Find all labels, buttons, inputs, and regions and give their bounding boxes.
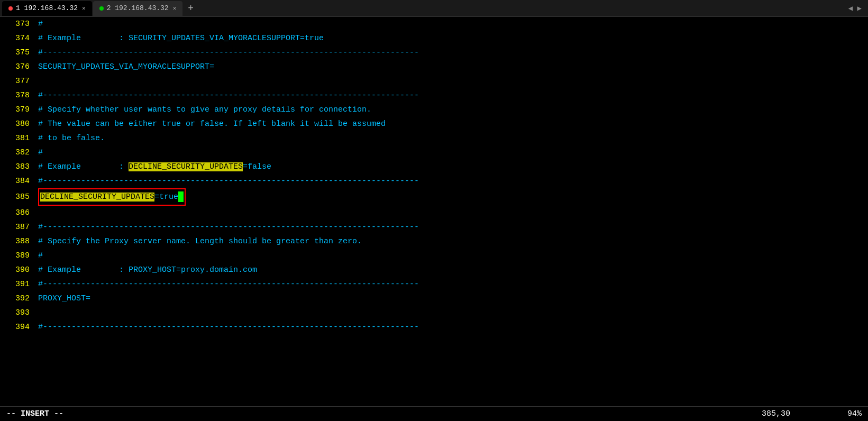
- line-394: 394 #-----------------------------------…: [0, 320, 868, 334]
- status-bar: -- INSERT -- 385,30 94%: [0, 406, 868, 421]
- tab1-label: 1 192.168.43.32: [16, 4, 78, 12]
- line-content-380: # The value can be either true or false.…: [38, 117, 864, 131]
- line-content-394: #---------------------------------------…: [38, 320, 864, 334]
- line-num-375: 375: [4, 45, 30, 60]
- line-num-385: 385: [4, 190, 30, 204]
- line-393: 393: [0, 306, 868, 320]
- line-content-392: PROXY_HOST=: [38, 291, 864, 306]
- line-content-373: #: [38, 17, 864, 31]
- editor-content[interactable]: 373 # 374 # Example : SECURITY_UPDATES_V…: [0, 17, 868, 406]
- line-389: 389 #: [0, 249, 868, 263]
- line-num-378: 378: [4, 88, 30, 103]
- line-387: 387 #-----------------------------------…: [0, 220, 868, 234]
- line-392: 392 PROXY_HOST=: [0, 291, 868, 306]
- new-tab-button[interactable]: +: [184, 3, 198, 14]
- line-386: 386: [0, 206, 868, 220]
- line-num-383: 383: [4, 160, 30, 174]
- editor: 373 # 374 # Example : SECURITY_UPDATES_V…: [0, 17, 868, 406]
- line-content-389: #: [38, 249, 864, 263]
- line-content-383: # Example : DECLINE_SECURITY_UPDATES=fal…: [38, 160, 864, 174]
- tab2-dot: [99, 6, 104, 11]
- line-num-386: 386: [4, 206, 30, 220]
- line-num-394: 394: [4, 320, 30, 334]
- line-384: 384 #-----------------------------------…: [0, 174, 868, 188]
- line-num-391: 391: [4, 277, 30, 291]
- line-content-382: #: [38, 145, 864, 160]
- line-content-381: # to be false.: [38, 131, 864, 145]
- line-num-379: 379: [4, 103, 30, 117]
- line-374: 374 # Example : SECURITY_UPDATES_VIA_MYO…: [0, 31, 868, 45]
- line-381: 381 # to be false.: [0, 131, 868, 145]
- line-num-377: 377: [4, 74, 30, 88]
- line-content-378: #---------------------------------------…: [38, 88, 864, 103]
- tab-bar: 1 192.168.43.32 ✕ 2 192.168.43.32 ✕ + ◀ …: [0, 0, 868, 17]
- line-content-377: [38, 74, 864, 88]
- line-content-376: SECURITY_UPDATES_VIA_MYORACLESUPPORT=: [38, 60, 864, 74]
- line-content-393: [38, 306, 864, 320]
- line-num-388: 388: [4, 234, 30, 249]
- line-content-374: # Example : SECURITY_UPDATES_VIA_MYORACL…: [38, 31, 864, 45]
- line-373: 373 #: [0, 17, 868, 31]
- tab-arrows[interactable]: ◀ ▶: [848, 4, 866, 13]
- line-391: 391 #-----------------------------------…: [0, 277, 868, 291]
- position-value: 385,30: [762, 409, 790, 418]
- line-380: 380 # The value can be either true or fa…: [0, 117, 868, 131]
- line-content-391: #---------------------------------------…: [38, 277, 864, 291]
- line-content-388: # Specify the Proxy server name. Length …: [38, 234, 864, 249]
- line-num-387: 387: [4, 220, 30, 234]
- line-385: 385 DECLINE_SECURITY_UPDATES=true: [0, 188, 868, 206]
- tab2-label: 2 192.168.43.32: [107, 4, 169, 12]
- line-379: 379 # Specify whether user wants to give…: [0, 103, 868, 117]
- highlight-383: DECLINE_SECURITY_UPDATES: [129, 162, 243, 171]
- tab2-close[interactable]: ✕: [173, 5, 177, 12]
- line-num-374: 374: [4, 31, 30, 45]
- line-375: 375 #-----------------------------------…: [0, 45, 868, 60]
- red-box-385: DECLINE_SECURITY_UPDATES=true: [38, 188, 186, 206]
- tab1-dot: [8, 6, 13, 11]
- line-content-375: #---------------------------------------…: [38, 45, 864, 60]
- line-num-373: 373: [4, 17, 30, 31]
- line-376: 376 SECURITY_UPDATES_VIA_MYORACLESUPPORT…: [0, 60, 868, 74]
- line-content-386: [38, 206, 864, 220]
- line-content-379: # Specify whether user wants to give any…: [38, 103, 864, 117]
- line-377: 377: [0, 74, 868, 88]
- tab1-close[interactable]: ✕: [82, 5, 86, 12]
- line-num-389: 389: [4, 249, 30, 263]
- highlight-385-var: DECLINE_SECURITY_UPDATES: [40, 193, 154, 202]
- line-num-390: 390: [4, 263, 30, 277]
- line-content-385: DECLINE_SECURITY_UPDATES=true: [38, 188, 864, 206]
- tab-1[interactable]: 1 192.168.43.32 ✕: [2, 1, 92, 16]
- line-382: 382 #: [0, 145, 868, 160]
- line-num-384: 384: [4, 174, 30, 188]
- cursor: [178, 191, 184, 202]
- line-390: 390 # Example : PROXY_HOST=proxy.domain.…: [0, 263, 868, 277]
- line-383: 383 # Example : DECLINE_SECURITY_UPDATES…: [0, 160, 868, 174]
- line-content-384: #---------------------------------------…: [38, 174, 864, 188]
- line-num-393: 393: [4, 306, 30, 320]
- cursor-position: 385,30 94%: [762, 409, 862, 418]
- editor-mode: -- INSERT --: [6, 409, 63, 418]
- line-388: 388 # Specify the Proxy server name. Len…: [0, 234, 868, 249]
- line-378: 378 #-----------------------------------…: [0, 88, 868, 103]
- line-num-392: 392: [4, 291, 30, 306]
- line-num-376: 376: [4, 60, 30, 74]
- line-num-382: 382: [4, 145, 30, 160]
- line-content-390: # Example : PROXY_HOST=proxy.domain.com: [38, 263, 864, 277]
- scroll-percent: 94%: [847, 409, 862, 418]
- tab-2[interactable]: 2 192.168.43.32 ✕: [93, 1, 183, 16]
- line-num-380: 380: [4, 117, 30, 131]
- line-content-387: #---------------------------------------…: [38, 220, 864, 234]
- line-num-381: 381: [4, 131, 30, 145]
